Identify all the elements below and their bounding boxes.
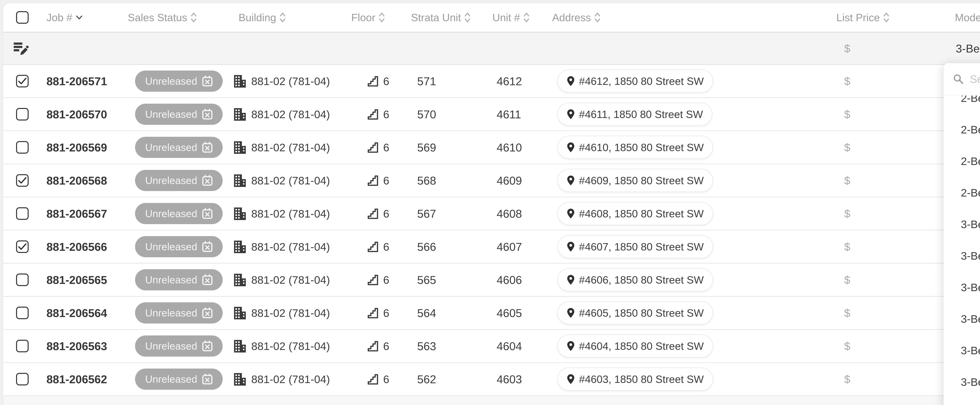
table-header-row: Job # Sales Status Building Floor Strata… [3,3,980,33]
dropdown-option[interactable]: 2-Bed TH SW Corner (845SF) [943,114,980,145]
calendar-x-icon [202,208,212,219]
search-icon [953,73,964,85]
list-price-symbol: $ [844,307,850,319]
row-checkbox[interactable] [16,207,29,220]
column-header-strata-unit[interactable]: Strata Unit [411,11,470,24]
list-price-symbol: $ [844,207,850,220]
address-chip[interactable]: #4606, 1850 80 Street SW [557,268,713,291]
filter-edit-button[interactable] [13,41,29,56]
address-chip[interactable]: #4609, 1850 80 Street SW [557,169,713,192]
dropdown-search-input[interactable] [970,73,980,86]
status-badge[interactable]: Unreleased [135,368,223,390]
status-badge[interactable]: Unreleased [135,70,223,92]
dropdown-option-label: 3-Bed PH East (1220SF) [961,376,980,388]
building-icon [234,207,246,220]
dropdown-option[interactable]: 3-Bed NE Corner (1228SF) [943,240,980,272]
location-pin-icon [567,109,575,119]
building-label: 881-02 (781-04) [251,75,330,87]
column-header-model[interactable]: Model [955,11,980,24]
list-price-symbol: $ [844,240,850,253]
strata-unit-label: 562 [404,373,449,386]
dropdown-option[interactable]: 3-Bed PH East (1216SF) [943,335,980,366]
column-header-address[interactable]: Address [552,11,600,24]
status-badge[interactable]: Unreleased [135,170,223,191]
floor-label: 6 [383,373,389,386]
column-header-list-price[interactable]: List Price [836,11,889,24]
status-label: Unreleased [145,373,197,385]
dropdown-option[interactable]: 3-Bed PH East (1157SF) [943,303,980,335]
dropdown-option[interactable]: 2-Bed West (861SF) [943,145,980,177]
location-pin-icon [567,308,575,318]
row-checkbox[interactable] [16,141,29,154]
address-chip[interactable]: #4612, 1850 80 Street SW [557,70,713,93]
status-badge[interactable]: Unreleased [135,137,223,158]
row-checkbox[interactable] [16,307,29,319]
strata-unit-label: 571 [404,75,449,88]
building-icon [234,141,246,154]
address-label: #4607, 1850 80 Street SW [579,241,704,253]
column-header-building[interactable]: Building [239,11,286,24]
building-icon [234,174,246,187]
row-checkbox[interactable] [16,174,29,187]
building-icon [234,108,246,121]
stairs-icon [367,340,379,352]
address-label: #4610, 1850 80 Street SW [579,141,704,153]
calendar-x-icon [202,241,212,252]
dropdown-options-list: 2-Bed TH SE Corner (1186SF) 2-Bed TH SW … [943,95,980,398]
status-badge[interactable]: Unreleased [135,236,223,257]
column-header-job[interactable]: Job # [46,11,83,24]
status-badge[interactable]: Unreleased [135,269,223,291]
row-checkbox[interactable] [16,75,29,87]
check-icon [18,78,27,85]
status-badge[interactable]: Unreleased [135,335,223,357]
location-pin-icon [567,208,575,219]
sort-icon [191,12,197,23]
unit-number-label: 4612 [497,75,522,88]
job-number: 881-206562 [46,373,107,386]
address-chip[interactable]: #4605, 1850 80 Street SW [557,301,713,324]
unit-number-label: 4606 [497,273,522,286]
row-checkbox[interactable] [16,273,29,286]
strata-unit-label: 569 [404,141,449,154]
address-label: #4606, 1850 80 Street SW [579,274,704,286]
address-chip[interactable]: #4604, 1850 80 Street SW [557,335,713,357]
strata-unit-label: 568 [404,174,449,187]
column-header-floor[interactable]: Floor [351,11,385,24]
sort-icon [280,12,286,23]
column-header-unit[interactable]: Unit # [492,11,530,24]
dropdown-option[interactable]: 2-Bed West/East (874SF) [943,177,980,208]
calendar-x-icon [202,307,212,318]
table-row: 881-206569 Unreleased [3,131,980,164]
row-checkbox[interactable] [16,108,29,121]
status-badge[interactable]: Unreleased [135,302,223,324]
floor-label: 6 [383,240,389,253]
strata-unit-label: 570 [404,108,449,121]
address-chip[interactable]: #4607, 1850 80 Street SW [557,235,713,258]
dropdown-option-label: 2-Bed West/East (874SF) [961,186,980,199]
column-label: Floor [351,11,375,24]
row-checkbox[interactable] [16,373,29,385]
list-price-symbol: $ [844,340,850,353]
address-label: #4605, 1850 80 Street SW [579,307,704,319]
address-chip[interactable]: #4603, 1850 80 Street SW [557,368,713,391]
dropdown-option[interactable]: 3-Bed North (550SF) [943,272,980,303]
dropdown-option[interactable]: 3-Bed PH East (1220SF) [943,366,980,398]
stairs-icon [367,208,379,219]
floor-label: 6 [383,75,389,87]
status-badge[interactable]: Unreleased [135,104,223,125]
status-badge[interactable]: Unreleased [135,203,223,224]
address-chip[interactable]: #4608, 1850 80 Street SW [557,202,713,225]
model-filter-select[interactable]: 3-Bed North (550SF) [956,42,980,55]
job-number: 881-206563 [46,340,107,353]
address-chip[interactable]: #4611, 1850 80 Street SW [557,103,712,126]
dropdown-option[interactable]: 3-Bed NE Corner (1070SF) [943,208,980,240]
dropdown-option[interactable]: 2-Bed TH SE Corner (1186SF) [943,95,980,114]
stairs-icon [367,274,379,286]
row-checkbox[interactable] [16,340,29,352]
row-checkbox[interactable] [16,240,29,253]
address-chip[interactable]: #4610, 1850 80 Street SW [557,136,713,159]
select-all-checkbox[interactable] [16,11,29,24]
column-header-sales-status[interactable]: Sales Status [128,11,197,24]
filter-row: $ 3-Bed North (550SF) select... [3,33,980,65]
status-label: Unreleased [145,208,197,219]
